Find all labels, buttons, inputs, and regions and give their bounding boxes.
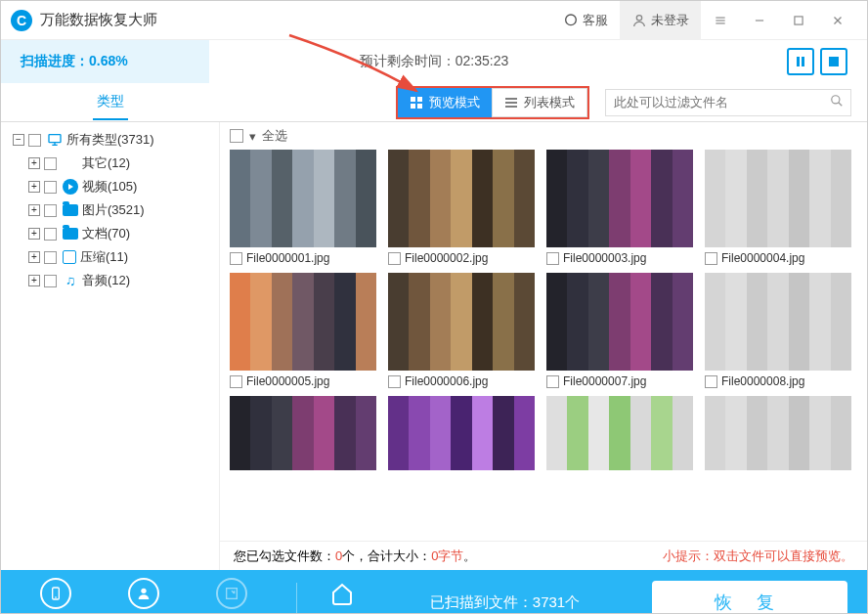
thumbnail-item[interactable] bbox=[705, 396, 851, 470]
thumbnail-item[interactable]: File0000004.jpg bbox=[705, 150, 851, 265]
preview-mode-button[interactable]: 预览模式 bbox=[398, 88, 492, 117]
app-title: 万能数据恢复大师 bbox=[40, 11, 157, 29]
online-consult-button[interactable]: 在线咨询 bbox=[120, 578, 167, 615]
footer-divider bbox=[296, 583, 297, 614]
tree-checkbox[interactable] bbox=[44, 275, 57, 287]
file-checkbox[interactable] bbox=[546, 375, 559, 388]
tree-item[interactable]: +其它(12) bbox=[28, 152, 219, 175]
preview-tip: 小提示：双击文件可以直接预览。 bbox=[663, 548, 853, 565]
file-checkbox[interactable] bbox=[705, 375, 717, 388]
svg-rect-6 bbox=[795, 16, 803, 23]
home-icon bbox=[326, 578, 358, 609]
content-panel: ▾ 全选 File0000001.jpgFile0000002.jpgFile0… bbox=[220, 122, 867, 570]
thumbnail-image bbox=[546, 150, 693, 247]
svg-rect-27 bbox=[227, 588, 238, 598]
scanned-count: 已扫描到文件：3731个 bbox=[387, 593, 623, 612]
file-checkbox[interactable] bbox=[388, 375, 401, 388]
thumbnail-image bbox=[388, 150, 535, 247]
tree-item[interactable]: +图片(3521) bbox=[28, 198, 219, 222]
tree-item[interactable]: +♫音频(12) bbox=[28, 269, 219, 292]
thumbnail-image bbox=[546, 396, 693, 470]
file-name: File0000002.jpg bbox=[405, 251, 488, 265]
thumbnail-item[interactable]: File0000001.jpg bbox=[230, 150, 376, 265]
tree-item-label: 视频(105) bbox=[82, 178, 137, 196]
stop-button[interactable] bbox=[820, 48, 847, 75]
home-button[interactable]: 首页 bbox=[326, 578, 358, 615]
search-input[interactable] bbox=[605, 89, 851, 116]
tree-root[interactable]: − 所有类型(3731) bbox=[13, 128, 219, 152]
tree-checkbox[interactable] bbox=[44, 157, 57, 170]
tree-expand-icon[interactable]: + bbox=[28, 228, 40, 240]
file-checkbox[interactable] bbox=[230, 375, 242, 388]
tree-expand-icon[interactable]: + bbox=[28, 275, 40, 286]
tree-expand-icon[interactable]: + bbox=[28, 204, 40, 216]
thumbnail-item[interactable] bbox=[230, 396, 376, 470]
close-button[interactable] bbox=[818, 1, 857, 40]
chevron-down-icon[interactable]: ▾ bbox=[249, 129, 256, 144]
progress-label: 扫描进度：0.68% bbox=[21, 53, 128, 70]
select-all-row: ▾ 全选 bbox=[220, 122, 867, 150]
tree-item-label: 图片(3521) bbox=[82, 201, 145, 219]
thumbnail-item[interactable]: File0000007.jpg bbox=[546, 273, 693, 388]
tree-checkbox[interactable] bbox=[44, 228, 57, 241]
search-icon[interactable] bbox=[830, 94, 844, 111]
tree-item-label: 文档(70) bbox=[82, 225, 130, 242]
svg-line-20 bbox=[839, 102, 843, 106]
title-bar: 万能数据恢复大师 客服 未登录 bbox=[1, 1, 867, 40]
file-checkbox[interactable] bbox=[230, 252, 242, 265]
tree-checkbox[interactable] bbox=[44, 251, 57, 264]
tab-type[interactable]: 类型 bbox=[1, 85, 220, 120]
tree-collapse-icon[interactable]: − bbox=[13, 134, 24, 146]
customer-service-button[interactable]: 客服 bbox=[551, 1, 620, 40]
phone-icon bbox=[40, 578, 71, 609]
tree-expand-icon[interactable]: + bbox=[28, 251, 40, 263]
thumbnail-item[interactable]: File0000005.jpg bbox=[230, 273, 376, 388]
minimize-button[interactable] bbox=[740, 1, 779, 40]
recover-button[interactable]: 恢 复 bbox=[652, 581, 847, 614]
thumbnail-image bbox=[546, 273, 693, 371]
svg-rect-9 bbox=[797, 57, 800, 66]
tree-item[interactable]: +视频(105) bbox=[28, 175, 219, 198]
svg-rect-12 bbox=[411, 97, 415, 102]
monitor-icon bbox=[47, 132, 63, 148]
tree-root-label: 所有类型(3731) bbox=[66, 131, 154, 149]
tree-expand-icon[interactable]: + bbox=[28, 157, 40, 169]
thumbnail-image bbox=[230, 150, 376, 247]
file-name: File0000007.jpg bbox=[563, 374, 646, 388]
svg-rect-13 bbox=[417, 97, 422, 102]
tree-checkbox[interactable] bbox=[28, 134, 41, 147]
tree-item[interactable]: +文档(70) bbox=[28, 222, 219, 245]
thumbnail-item[interactable]: File0000002.jpg bbox=[388, 150, 535, 265]
tree-item[interactable]: +压缩(11) bbox=[28, 245, 219, 269]
thumbnail-item[interactable] bbox=[388, 396, 535, 470]
file-name: File0000004.jpg bbox=[721, 251, 804, 265]
pause-button[interactable] bbox=[787, 48, 814, 75]
tree-item-label: 压缩(11) bbox=[80, 248, 128, 266]
svg-rect-11 bbox=[829, 57, 839, 66]
file-checkbox[interactable] bbox=[388, 252, 401, 265]
tree-checkbox[interactable] bbox=[44, 181, 57, 194]
svg-rect-21 bbox=[49, 135, 61, 143]
save-scan-button[interactable]: 保存扫描记录 bbox=[196, 578, 267, 615]
thumbnail-item[interactable]: File0000008.jpg bbox=[705, 273, 851, 388]
thumbnail-image bbox=[230, 396, 376, 470]
progress-time: 预计剩余时间：02:35:23 bbox=[360, 53, 509, 70]
thumbnail-item[interactable]: File0000006.jpg bbox=[388, 273, 535, 388]
file-name: File0000005.jpg bbox=[246, 374, 329, 388]
thumbnail-item[interactable]: File0000003.jpg bbox=[546, 150, 693, 265]
tree-checkbox[interactable] bbox=[44, 204, 57, 217]
phone-recovery-button[interactable]: 手机数据恢复 bbox=[21, 578, 91, 615]
login-button[interactable]: 未登录 bbox=[620, 1, 701, 40]
file-checkbox[interactable] bbox=[546, 252, 559, 265]
main-area: − 所有类型(3731) +其它(12)+视频(105)+图片(3521)+文档… bbox=[1, 122, 867, 570]
progress-bar: 扫描进度：0.68% 预计剩余时间：02:35:23 bbox=[1, 40, 867, 83]
menu-button[interactable] bbox=[701, 1, 740, 40]
tree-expand-icon[interactable]: + bbox=[28, 181, 40, 193]
file-checkbox[interactable] bbox=[705, 252, 717, 265]
file-name: File0000003.jpg bbox=[563, 251, 646, 265]
thumbnail-item[interactable] bbox=[546, 396, 693, 470]
maximize-button[interactable] bbox=[779, 1, 818, 40]
search-field-wrap bbox=[605, 89, 851, 116]
list-mode-button[interactable]: 列表模式 bbox=[492, 88, 587, 117]
select-all-checkbox[interactable] bbox=[230, 129, 243, 143]
